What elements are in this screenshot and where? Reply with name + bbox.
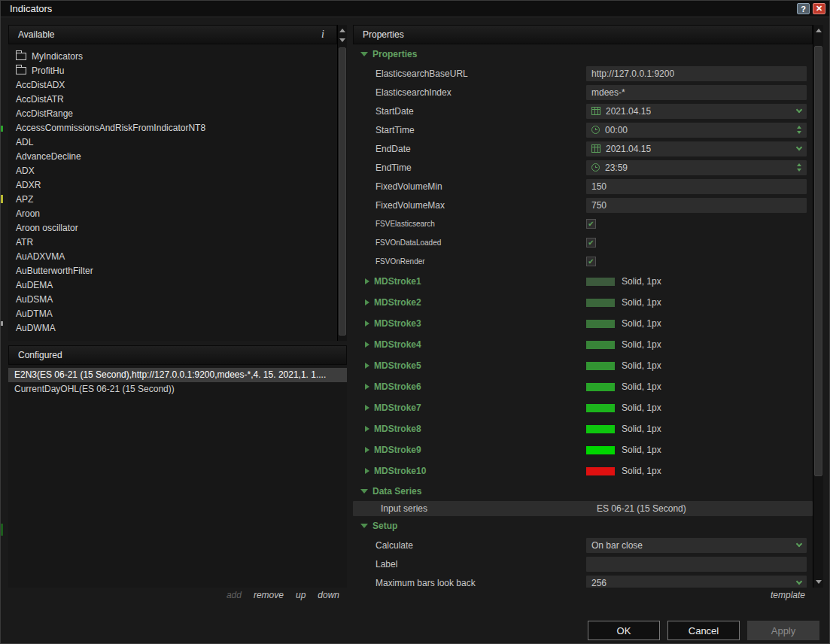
chevron-down-icon[interactable] — [796, 107, 802, 113]
dropdown[interactable]: On bar close — [586, 538, 807, 553]
property-label[interactable]: Properties — [353, 49, 586, 59]
available-item[interactable]: AuButterworthFilter — [8, 263, 337, 278]
available-item[interactable]: Aroon — [8, 206, 337, 220]
property-label[interactable]: Data Series — [353, 486, 586, 497]
up-button[interactable]: up — [296, 590, 306, 600]
text-input[interactable]: ES 06-21 (15 Second) — [591, 501, 801, 516]
spinner-down-icon[interactable] — [797, 169, 801, 172]
checkbox[interactable]: ✔ — [586, 257, 596, 266]
scrollbar-thumb[interactable] — [814, 46, 822, 476]
configured-item[interactable]: E2N3(ES 06-21 (15 Second),http://127.0.0… — [8, 368, 347, 382]
collapse-arrow-icon[interactable] — [360, 524, 368, 528]
property-label[interactable]: MDStroke3 — [353, 318, 586, 329]
info-icon[interactable]: i — [321, 29, 327, 41]
property-label[interactable]: MDStroke9 — [353, 445, 586, 455]
property-label[interactable]: Setup — [353, 521, 586, 531]
available-item[interactable]: AuDWMA — [8, 320, 337, 335]
available-item[interactable]: AuADXVMA — [8, 249, 337, 263]
property-value: 150 — [586, 179, 813, 194]
expand-arrow-icon[interactable] — [365, 363, 369, 369]
available-item[interactable]: ATR — [8, 235, 337, 249]
collapse-arrow-icon[interactable] — [360, 52, 368, 56]
template-link[interactable]: template — [353, 590, 813, 600]
date-picker[interactable]: 2021.04.15 — [586, 104, 807, 119]
expand-arrow-icon[interactable] — [365, 447, 369, 453]
available-item[interactable]: ADX — [8, 163, 337, 178]
property-label[interactable]: MDStroke6 — [353, 381, 586, 392]
collapse-arrow-icon[interactable] — [360, 489, 368, 494]
expand-arrow-icon[interactable] — [365, 405, 369, 411]
available-item[interactable]: AuDSMA — [8, 292, 337, 306]
scrollbar-thumb[interactable] — [339, 47, 346, 336]
time-picker[interactable]: 00:00 — [586, 123, 807, 138]
text-input[interactable]: 750 — [586, 198, 807, 213]
add-button[interactable]: add — [227, 590, 242, 600]
available-item[interactable]: APZ — [8, 192, 337, 206]
text-input[interactable]: mdees-* — [586, 85, 807, 100]
scroll-up-icon[interactable] — [813, 26, 823, 35]
property-value: 750 — [586, 198, 813, 213]
available-item-label: AccDistADX — [16, 80, 65, 90]
scroll-down-icon[interactable] — [813, 577, 823, 587]
stroke-color-swatch — [586, 299, 615, 307]
text-input[interactable]: 150 — [586, 179, 807, 194]
expand-arrow-icon[interactable] — [365, 342, 369, 348]
available-scrollbar[interactable] — [337, 25, 347, 341]
dropdown[interactable]: 256 — [586, 576, 807, 588]
property-label[interactable]: MDStroke1 — [353, 276, 586, 287]
property-label-text: MDStroke5 — [374, 360, 421, 371]
spinner-down-icon[interactable] — [797, 131, 801, 134]
available-item[interactable]: AccDistATR — [8, 92, 337, 106]
checkbox[interactable]: ✔ — [586, 219, 596, 229]
available-item[interactable]: ProfitHu — [8, 63, 337, 77]
stroke-style-label: Solid, 1px — [622, 276, 661, 287]
expand-arrow-icon[interactable] — [365, 278, 369, 284]
expand-arrow-icon[interactable] — [365, 426, 369, 432]
properties-scrollbar[interactable] — [813, 25, 823, 588]
available-item[interactable]: AuDEMA — [8, 278, 337, 292]
ok-button[interactable]: OK — [588, 621, 660, 640]
property-value: 256 — [586, 576, 813, 588]
apply-button[interactable]: Apply — [747, 621, 819, 640]
property-label[interactable]: MDStroke5 — [353, 360, 586, 371]
configured-item[interactable]: CurrentDayOHL(ES 06-21 (15 Second)) — [8, 382, 347, 396]
expand-arrow-icon[interactable] — [365, 299, 369, 305]
property-label[interactable]: MDStroke7 — [353, 402, 586, 413]
date-picker[interactable]: 2021.04.15 — [586, 141, 807, 156]
scroll-up-icon[interactable] — [338, 26, 347, 35]
screen-edge-artifact — [1, 321, 3, 326]
available-item[interactable]: AccDistRange — [8, 106, 337, 120]
available-item[interactable]: AccessCommissionsAndRiskFromIndicatorNT8 — [8, 120, 337, 135]
stroke-style-label: Solid, 1px — [622, 297, 661, 308]
checkbox[interactable]: ✔ — [586, 238, 596, 248]
cancel-button[interactable]: Cancel — [667, 621, 740, 640]
property-label[interactable]: MDStroke2 — [353, 297, 586, 308]
text-input[interactable]: http://127.0.0.1:9200 — [586, 66, 807, 81]
expand-arrow-icon[interactable] — [365, 320, 369, 327]
available-item[interactable]: ADXR — [8, 178, 337, 192]
help-button[interactable]: ? — [797, 3, 810, 14]
chevron-down-icon[interactable] — [796, 579, 802, 585]
available-item[interactable]: AdvanceDecline — [8, 149, 337, 163]
chevron-down-icon[interactable] — [796, 541, 802, 547]
available-item-label: AuDTMA — [16, 308, 53, 319]
down-button[interactable]: down — [318, 590, 339, 600]
text-input[interactable] — [586, 557, 807, 572]
available-item[interactable]: ADL — [8, 135, 337, 149]
property-label[interactable]: MDStroke10 — [353, 466, 586, 476]
property-label[interactable]: MDStroke8 — [353, 424, 586, 434]
remove-button[interactable]: remove — [254, 590, 284, 600]
property-label[interactable]: MDStroke4 — [353, 339, 586, 350]
close-button[interactable]: ✕ — [813, 3, 825, 14]
available-item[interactable]: AuDTMA — [8, 306, 337, 320]
available-item[interactable]: AccDistADX — [8, 77, 337, 92]
available-item[interactable]: MyIndicators — [8, 49, 337, 63]
expand-arrow-icon[interactable] — [365, 384, 369, 390]
scroll-down-icon[interactable] — [338, 35, 347, 45]
spinner-up-icon[interactable] — [797, 163, 801, 166]
expand-arrow-icon[interactable] — [365, 468, 369, 474]
available-item[interactable]: Aroon oscillator — [8, 220, 337, 235]
chevron-down-icon[interactable] — [796, 144, 802, 150]
time-picker[interactable]: 23:59 — [586, 160, 807, 175]
spinner-up-icon[interactable] — [797, 126, 801, 129]
